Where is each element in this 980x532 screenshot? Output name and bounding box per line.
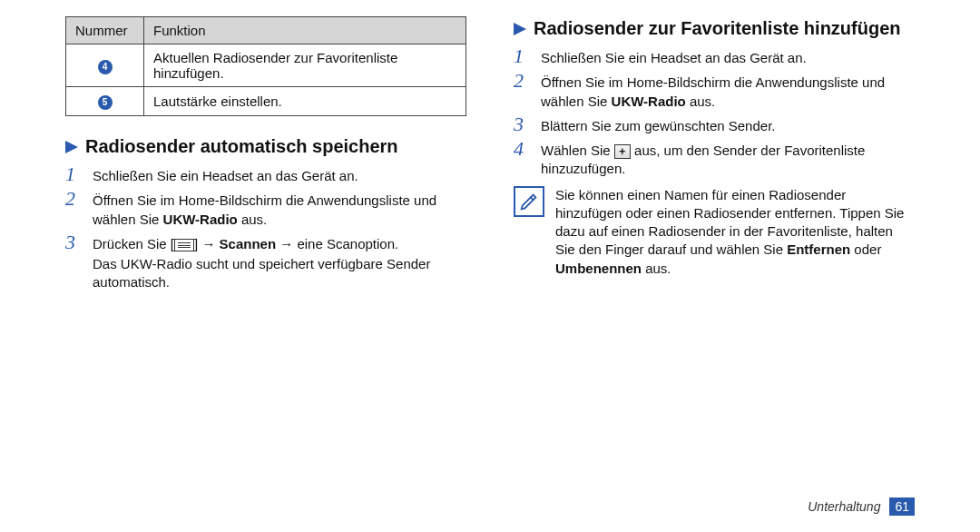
list-item: 3 Drücken Sie [] → Scannen → eine Scanop… [65,232,466,292]
text-fragment: Wählen Sie [541,143,614,158]
step-number: 1 [65,164,83,185]
step-subtext: Das UKW-Radio sucht und speichert verfüg… [93,255,466,292]
note-body: Sie können einen Namen für einen Radiose… [555,186,915,278]
step-body: Öffnen Sie im Home-Bildschirm die Anwend… [541,71,915,111]
left-heading-text: Radiosender automatisch speichern [85,136,398,157]
step-body: Drücken Sie [] → Scannen → eine Scanopti… [93,232,466,292]
list-item: 1 Schließen Sie ein Headset an das Gerät… [65,164,466,185]
table-row: 5 Lautstärke einstellen. [66,87,466,116]
list-item: 2 Öffnen Sie im Home-Bildschirm die Anwe… [514,71,915,111]
step-number: 2 [514,71,532,111]
row-number-badge: 5 [98,95,113,110]
footer-section-name: Unterhaltung [808,499,880,514]
step-number: 2 [65,189,83,229]
text-fragment: oder [850,241,881,257]
left-steps-list: 1 Schließen Sie ein Headset an das Gerät… [65,164,466,292]
list-item: 1 Schließen Sie ein Headset an das Gerät… [514,46,915,67]
text-fragment: → eine Scanoption. [276,236,398,251]
step-number: 3 [65,232,83,292]
list-item: 3 Blättern Sie zum gewünschten Sender. [514,114,915,135]
table-row: 4 Aktuellen Radiosender zur Favoritenlis… [66,44,466,87]
row-description: Aktuellen Radiosender zur Favoritenliste… [144,44,466,87]
page-footer: Unterhaltung 61 [808,498,915,516]
step-number: 4 [514,139,532,179]
bold-text: UKW-Radio [163,212,238,227]
step-body: Schließen Sie ein Headset an das Gerät a… [541,46,915,67]
plus-icon: + [614,144,631,159]
bold-text: Entfernen [787,241,850,257]
step-body: Wählen Sie + aus, um den Sender der Favo… [541,139,915,179]
list-item: 4 Wählen Sie + aus, um den Sender der Fa… [514,139,915,179]
bold-text: Umbenennen [555,261,642,276]
step-number: 3 [514,114,532,135]
chevron-right-icon [65,141,78,153]
table-header-function: Funktion [144,17,466,44]
text-fragment: aus. [642,261,671,276]
page-number: 61 [889,498,915,516]
row-description: Lautstärke einstellen. [144,87,466,116]
chevron-right-icon [514,23,526,35]
step-body: Blättern Sie zum gewünschten Sender. [541,114,915,135]
bold-text: UKW-Radio [612,94,686,109]
note-box: Sie können einen Namen für einen Radiose… [514,186,915,278]
bold-text: Scannen [220,236,277,251]
left-column: Nummer Funktion 4 Aktuellen Radiosender … [65,16,474,532]
text-fragment: Drücken Sie [ [93,236,174,251]
note-icon [514,186,544,217]
table-header-number: Nummer [66,17,144,44]
menu-icon [174,239,194,251]
right-section-heading: Radiosender zur Favoritenliste hinzufüge… [514,18,915,39]
right-steps-list: 1 Schließen Sie ein Headset an das Gerät… [514,46,915,179]
step-body: Öffnen Sie im Home-Bildschirm die Anwend… [93,189,466,229]
left-section-heading: Radiosender automatisch speichern [65,136,466,157]
right-column: Radiosender zur Favoritenliste hinzufüge… [506,16,915,532]
step-number: 1 [514,46,532,67]
row-number-badge: 4 [98,60,113,74]
text-fragment: aus. [686,94,716,109]
step-body: Schließen Sie ein Headset an das Gerät a… [93,164,466,185]
function-table: Nummer Funktion 4 Aktuellen Radiosender … [65,16,466,116]
list-item: 2 Öffnen Sie im Home-Bildschirm die Anwe… [65,189,466,229]
text-fragment: ] → [194,236,220,251]
text-fragment: aus. [238,212,268,227]
manual-page: Nummer Funktion 4 Aktuellen Radiosender … [0,0,980,532]
right-heading-text: Radiosender zur Favoritenliste hinzufüge… [534,18,901,39]
